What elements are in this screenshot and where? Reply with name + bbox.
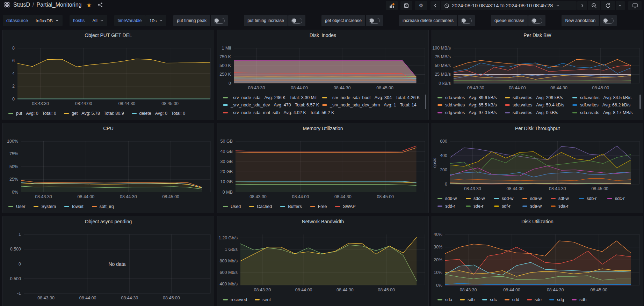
legend-item-srv-node-sda-boot[interactable]: _srv_node_sda_bootAvg: 304Total: 4.26 K <box>322 95 420 100</box>
variable-value-hostis[interactable]: All <box>89 15 107 26</box>
toggle-switch-new-annotation[interactable] <box>600 15 617 26</box>
legend-item-srv-node-sda-dev-shm[interactable]: _srv_node_sda_dev_shmAvg: 1Total: 14 <box>322 103 417 107</box>
legend-item-get[interactable]: getAvg: 5.78Total: 80.9 <box>64 111 124 116</box>
toggle-switch-increase-delete-containers[interactable] <box>458 15 475 26</box>
legend-item-sdb-w[interactable]: sdb-w <box>437 196 466 201</box>
legend-item-sde-r[interactable]: sde-r <box>466 204 494 209</box>
legend-label: sda <box>445 297 452 302</box>
legend-item-sda-reads[interactable]: sda.readsAvg: 8.17 MB/s <box>572 110 632 115</box>
legend-item-sdd-writes[interactable]: sdd.writesAvg: 65.5 kB/s <box>437 103 505 107</box>
time-range-picker[interactable]: 2024-08-10 08:43:14 to 2024-08-10 08:45:… <box>441 1 577 10</box>
legend-item-sdc-writes[interactable]: sdc.writesAvg: 84.5 kB/s <box>572 95 631 100</box>
time-range-back-button[interactable] <box>430 1 440 10</box>
legend-stat: Total: 0 <box>171 111 185 116</box>
legend-item-soft-irq[interactable]: soft_irq <box>92 204 114 209</box>
chart-network-bandwidth[interactable]: 400 Mb/s600 Mb/s800 Mb/s1 Gb/s1.20 Gb/s0… <box>217 216 429 306</box>
legend-item-srv-node-sda-dev[interactable]: _srv_node_sda_devAvg: 470Total: 6.57 K <box>223 103 322 107</box>
legend-stat: Avg: 66.2 kB/s <box>602 103 630 107</box>
legend-swatch <box>322 97 327 98</box>
legend-item-sdf-r[interactable]: sdf-r <box>494 204 522 209</box>
legend-item-sde-w[interactable]: sde-w <box>522 196 551 201</box>
legend-item-used[interactable]: Used <box>223 204 241 209</box>
legend-item-sdd-r[interactable]: sdd-r <box>437 204 466 209</box>
refresh-button[interactable] <box>601 1 615 10</box>
legend-stat: Avg: 209 kB/s <box>536 95 563 100</box>
legend-item-iowait[interactable]: Iowait <box>64 204 84 209</box>
toggle-knob <box>292 18 296 23</box>
legend-label: sde <box>535 297 542 302</box>
legend-item-sda[interactable]: sda <box>437 297 452 302</box>
save-dashboard-button[interactable] <box>400 1 412 10</box>
legend-scrollbar[interactable] <box>425 95 426 109</box>
legend-item-system[interactable]: System <box>34 204 56 209</box>
legend-item-srv-node-sda[interactable]: _srv_node_sdaAvg: 236 KTotal: 3.30 Mil <box>223 95 322 100</box>
svg-text:08:44:30: 08:44:30 <box>337 288 354 292</box>
dashboard-settings-button[interactable]: ⚙ <box>415 1 427 10</box>
legend-label: sdg.writes <box>445 110 465 115</box>
time-range-forward-button[interactable] <box>577 1 587 10</box>
apps-grid-icon[interactable] <box>4 2 10 8</box>
legend-item-sde-writes[interactable]: sde.writesAvg: 59.4 kB/s <box>505 103 572 107</box>
legend-item-recieved[interactable]: recieved <box>223 297 247 302</box>
legend-item-delete[interactable]: deleteAvg: 0Total: 0 <box>132 111 186 116</box>
legend-stat: Avg: 89.6 kB/s <box>469 95 497 100</box>
toggle-switch-put-timing-peak[interactable] <box>211 15 228 26</box>
legend-item-sdf-writes[interactable]: sdf.writesAvg: 66.2 kB/s <box>572 103 630 107</box>
legend-item-cached[interactable]: Cached <box>249 204 272 209</box>
legend-item-sdg-writes[interactable]: sdg.writesAvg: 97.0 kB/s <box>437 110 505 115</box>
legend-item-buffers[interactable]: Buffers <box>280 204 302 209</box>
legend-item-sdd[interactable]: sdd <box>505 297 519 302</box>
variable-value-timevariable[interactable]: 10s <box>146 15 166 26</box>
legend-item-swap[interactable]: SWAP <box>335 204 355 209</box>
refresh-interval-dropdown[interactable] <box>616 1 625 10</box>
legend-item-sdc[interactable]: sdc <box>482 297 497 302</box>
share-icon[interactable] <box>97 2 103 8</box>
legend-item-sdf-w[interactable]: sdf-w <box>551 196 579 201</box>
zoom-out-time-button[interactable] <box>588 1 600 10</box>
legend-item-sdd-w[interactable]: sdd-w <box>494 196 522 201</box>
svg-text:08:44:30: 08:44:30 <box>334 194 352 199</box>
breadcrumb-folder[interactable]: StatsD <box>13 2 30 8</box>
favorite-star-icon[interactable]: ★ <box>86 1 92 9</box>
variable-value-datasource[interactable]: InfluxDB <box>32 15 63 26</box>
breadcrumb-dashboard[interactable]: Partial_Monitoring <box>36 2 81 8</box>
legend-item-sdc-w[interactable]: sdc-w <box>466 196 494 201</box>
chart-cpu[interactable]: 0%25%50%75%100%08:43:3008:44:0008:44:300… <box>3 123 215 214</box>
legend-scrollbar[interactable] <box>639 95 641 109</box>
svg-text:0.500: 0.500 <box>10 247 21 252</box>
legend-label: sdh.writes <box>513 110 532 115</box>
toggle-label-get-object-increase: get object increase <box>321 15 365 26</box>
legend-item-sdb-r[interactable]: sdb-r <box>579 196 607 201</box>
breadcrumb-separator: / <box>32 2 34 8</box>
toggle-switch-queue-increase[interactable] <box>528 15 545 26</box>
legend-item-sda-w[interactable]: sda-w <box>522 204 551 209</box>
svg-text:08:45:00: 08:45:00 <box>163 296 180 300</box>
svg-text:40%: 40% <box>434 232 442 237</box>
toggle-label-put-timing-peak: put timing peak <box>173 15 210 26</box>
legend-item-free[interactable]: Free <box>310 204 327 209</box>
legend-item-sdb[interactable]: sdb <box>460 297 475 302</box>
toggle-switch-get-object-increase[interactable] <box>366 15 383 26</box>
svg-text:08:43:30: 08:43:30 <box>460 288 477 292</box>
legend-item-sda-r[interactable]: sda-r <box>551 204 568 209</box>
legend-item-sdb-writes[interactable]: sdb.writesAvg: 209 kB/s <box>505 95 572 100</box>
legend-swatch <box>64 113 69 114</box>
legend-item-sdg[interactable]: sdg <box>549 297 564 302</box>
toggle-switch-put-timing-increase[interactable] <box>288 15 305 26</box>
legend-item-put[interactable]: putAvg: 0Total: 0 <box>8 111 56 116</box>
legend-item-sdh-writes[interactable]: sdh.writesAvg: 0 kB/s <box>505 110 572 115</box>
chart-object-put-get-del[interactable]: 0246808:43:3008:44:0008:44:3008:45:00 <box>3 30 215 120</box>
legend-label: sdd-w <box>502 196 513 201</box>
legend-item-sent[interactable]: sent <box>255 297 271 302</box>
chart-memory-utilization[interactable]: 0 MB10 GB20 GB30 GB40 GB50 GB08:43:3008:… <box>217 123 429 214</box>
chart-disk-utilization[interactable]: 0%10%20%30%40%08:43:3008:44:0008:44:3008… <box>432 216 644 306</box>
kiosk-mode-button[interactable] <box>628 1 642 10</box>
legend-item-sda-writes[interactable]: sda.writesAvg: 89.6 kB/s <box>437 95 505 100</box>
legend-item-sdh[interactable]: sdh <box>572 297 586 302</box>
add-panel-button[interactable] <box>386 1 398 10</box>
legend-item-sdc-r[interactable]: sdc-r <box>607 196 625 201</box>
legend-item-user[interactable]: User <box>8 204 25 209</box>
legend-item-sde[interactable]: sde <box>527 297 542 302</box>
legend-item-srv-node-sda-mnt-sdb[interactable]: _srv_node_sda_mnt_sdbAvg: 4.02 KTotal: 5… <box>223 110 334 115</box>
svg-text:08:43:30: 08:43:30 <box>35 194 52 199</box>
